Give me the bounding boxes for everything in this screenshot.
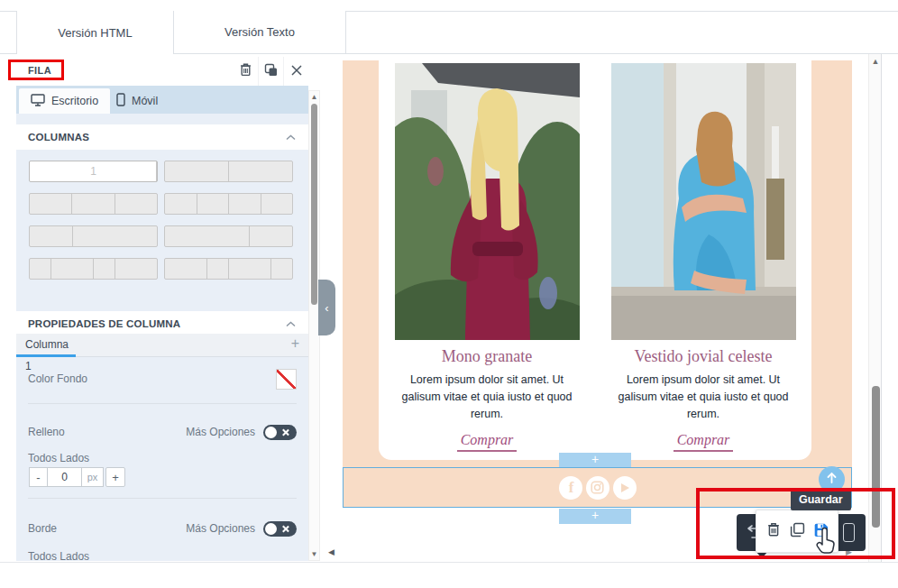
tab-escritorio-label: Escritorio <box>51 95 98 107</box>
delete-row-button[interactable] <box>233 57 258 86</box>
layout-cell <box>30 226 73 246</box>
tab-version-html-label: Versión HTML <box>58 26 132 40</box>
scroll-down-icon[interactable]: ▼ <box>309 550 319 558</box>
insert-row-below-button[interactable]: + <box>559 509 631 524</box>
comprar-link[interactable]: Comprar <box>457 432 518 452</box>
layout-cell <box>115 194 157 214</box>
product-title[interactable]: Vestido jovial celeste <box>595 347 811 366</box>
bottom-divider <box>0 562 898 563</box>
column-layout-option[interactable] <box>29 258 158 280</box>
add-column-button[interactable]: + <box>291 335 299 352</box>
mobile-preview-button[interactable] <box>843 523 855 542</box>
row-save-circle-button[interactable] <box>819 466 845 492</box>
close-panel-button[interactable] <box>283 57 308 86</box>
column-layout-option[interactable] <box>29 225 158 247</box>
bg-color-swatch[interactable] <box>276 369 297 390</box>
toggle-off-x-icon <box>281 525 289 533</box>
chevron-up-icon <box>286 132 296 142</box>
social-row-selected[interactable]: f <box>343 467 852 508</box>
border-more-options-toggle[interactable] <box>263 521 297 537</box>
tab-columna-1[interactable]: Columna 1 <box>16 334 76 357</box>
stepper-minus-button[interactable]: - <box>29 467 48 487</box>
vertical-scrollbar-thumb[interactable] <box>872 386 880 528</box>
padding-label: Relleno <box>28 426 65 438</box>
desktop-icon <box>31 94 45 109</box>
product-block-1[interactable]: Mono granate Lorem ipsum dolor sit amet.… <box>379 60 595 452</box>
panel-body: COLUMNAS 1 PROPIEDADES DE COLUMNA Column… <box>16 114 308 561</box>
tab-movil-label: Móvil <box>132 95 158 107</box>
layout-cell <box>271 259 292 279</box>
layout-cell <box>94 259 115 279</box>
layout-cell <box>30 259 51 279</box>
panel-title: FILA <box>28 65 51 76</box>
panel-collapse-handle[interactable]: ‹ <box>318 280 335 335</box>
trash-icon <box>239 62 252 80</box>
layout-cell <box>197 194 230 214</box>
duplicate-row-button[interactable] <box>258 57 283 86</box>
comprar-link[interactable]: Comprar <box>674 432 734 452</box>
section-columnas-title: COLUMNAS <box>28 132 89 142</box>
scroll-left-icon[interactable]: ◀ <box>328 547 334 556</box>
column-layout-option[interactable] <box>164 161 293 182</box>
column-layout-option[interactable] <box>164 258 293 280</box>
column-layout-option[interactable]: 1 <box>29 161 158 182</box>
product-image-blue-dress[interactable] <box>611 63 796 340</box>
border-label: Borde <box>28 522 57 535</box>
stepper-plus-button[interactable]: + <box>105 467 125 487</box>
upload-arrow-icon <box>825 471 838 488</box>
tab-escritorio[interactable]: Escritorio <box>19 88 110 114</box>
padding-more-options-label: Más Opciones <box>186 426 255 438</box>
layout-cell <box>51 259 94 279</box>
layout-cell <box>73 226 157 246</box>
toggle-knob <box>265 523 277 535</box>
column-layout-option[interactable] <box>29 193 158 215</box>
toggle-knob <box>265 427 277 438</box>
tab-version-html[interactable]: Versión HTML <box>16 11 174 54</box>
panel-header: FILA <box>16 57 320 86</box>
product-block-2[interactable]: Vestido jovial celeste Lorem ipsum dolor… <box>595 60 811 452</box>
row-actions-popover <box>756 510 838 553</box>
padding-more-options-toggle[interactable] <box>263 425 297 440</box>
section-propiedades-header[interactable]: PROPIEDADES DE COLUMNA <box>16 311 308 336</box>
layout-cell <box>165 226 250 246</box>
product-title[interactable]: Mono granate <box>379 347 595 366</box>
mobile-icon <box>116 93 125 109</box>
duplicate-button[interactable] <box>787 519 807 543</box>
padding-all-sides-label: Todos Lados <box>28 452 89 464</box>
tab-movil[interactable]: Móvil <box>105 88 170 114</box>
padding-stepper: - px + <box>29 467 125 487</box>
product-image-burgundy-jumpsuit[interactable] <box>395 63 580 340</box>
product-description[interactable]: Lorem ipsum dolor sit amet. Ut galisum v… <box>606 372 801 422</box>
bg-color-row: Color Fondo <box>28 368 297 390</box>
vertical-scrollbar[interactable]: ▲ <box>868 53 882 562</box>
bg-color-label: Color Fondo <box>28 372 87 385</box>
insert-row-above-button[interactable]: + <box>559 453 631 467</box>
layout-cell <box>115 259 157 279</box>
email-content-card[interactable]: Mono granate Lorem ipsum dolor sit amet.… <box>379 60 811 460</box>
duplicate-icon <box>790 522 805 541</box>
layout-cell <box>229 194 261 214</box>
section-columnas-header[interactable]: COLUMNAS <box>16 124 308 150</box>
instagram-icon[interactable] <box>586 476 609 500</box>
email-preview: Mono granate Lorem ipsum dolor sit amet.… <box>325 53 882 562</box>
stepper-unit-label: px <box>81 467 104 487</box>
panel-scrollbar-thumb[interactable] <box>311 104 317 305</box>
column-layout-option[interactable] <box>164 225 293 247</box>
delete-button[interactable] <box>764 519 783 543</box>
save-floppy-icon <box>812 521 829 541</box>
facebook-icon[interactable]: f <box>559 476 582 500</box>
save-tooltip: Guardar <box>791 490 851 510</box>
stepper-value-input[interactable] <box>47 467 82 487</box>
product-description[interactable]: Lorem ipsum dolor sit amet. Ut galisum v… <box>389 372 584 422</box>
column-layout-option[interactable] <box>164 193 293 215</box>
youtube-icon[interactable] <box>613 476 637 500</box>
tab-version-texto[interactable]: Versión Texto <box>174 11 346 53</box>
scroll-up-icon[interactable]: ▲ <box>869 57 882 66</box>
column-layout-grid: 1 <box>29 161 293 280</box>
scroll-up-icon[interactable]: ▲ <box>309 93 319 101</box>
save-button[interactable] <box>811 519 830 543</box>
section-propiedades-title: PROPIEDADES DE COLUMNA <box>28 318 180 329</box>
column-tabs-bar: Columna 1 + <box>16 334 308 357</box>
device-tab-bar: Escritorio Móvil <box>16 86 308 114</box>
layout-cell <box>261 194 293 214</box>
